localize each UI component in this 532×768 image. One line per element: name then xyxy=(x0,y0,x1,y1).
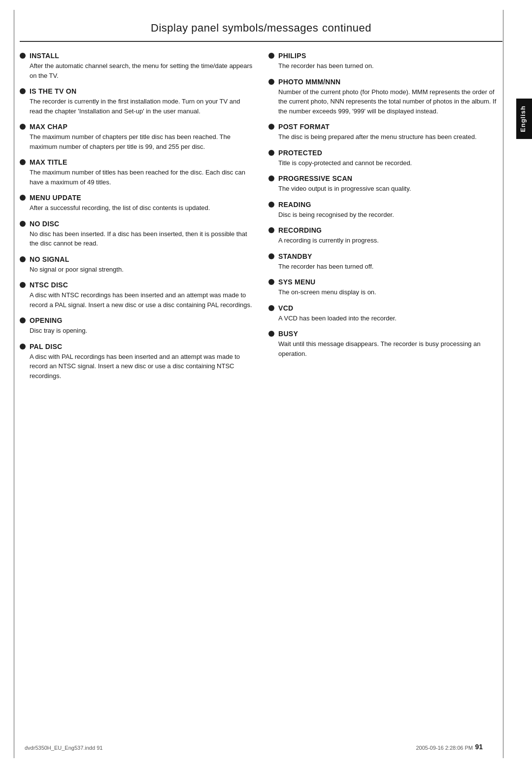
entry-desc-busy: Wait until this message disappears. The … xyxy=(268,339,502,358)
entry-title-philips: PHILIPS xyxy=(278,52,306,60)
bullet-icon xyxy=(20,221,26,227)
bullet-icon xyxy=(268,53,274,59)
entry-title-vcd: VCD xyxy=(278,304,293,312)
entry-title-pal-disc: PAL DISC xyxy=(30,343,62,350)
bullet-icon xyxy=(20,256,26,262)
entry-title-no-disc: NO DISC xyxy=(30,220,59,228)
entry-no-signal: NO SIGNALNo signal or poor signal streng… xyxy=(20,255,254,275)
footer-filename: dvdr5350H_EU_Eng537.indd 91 xyxy=(25,745,102,751)
entry-desc-post-format: The disc is being prepared after the men… xyxy=(268,132,502,142)
entry-max-title: MAX TITLEThe maximum number of titles ha… xyxy=(20,158,254,187)
entry-desc-ntsc-disc: A disc with NTSC recordings has been ins… xyxy=(20,290,254,310)
bullet-icon xyxy=(20,317,26,323)
entry-standby: STANDBYThe recorder has been turned off. xyxy=(268,252,502,272)
entry-title-recording: RECORDING xyxy=(278,226,322,234)
bullet-icon xyxy=(20,159,26,165)
bullet-icon xyxy=(20,344,26,349)
entry-recording: RECORDINGA recording is currently in pro… xyxy=(268,226,502,245)
bullet-icon xyxy=(20,282,26,288)
footer-timestamp: 2005-09-16 2:28:06 PM xyxy=(416,745,473,751)
entry-vcd: VCDA VCD has been loaded into the record… xyxy=(268,304,502,323)
bullet-icon xyxy=(20,124,26,130)
entry-title-max-chap: MAX CHAP xyxy=(30,123,67,131)
entry-desc-no-disc: No disc has been inserted. If a disc has… xyxy=(20,229,254,248)
entry-desc-max-title: The maximum number of titles has been re… xyxy=(20,168,254,187)
entry-sys-menu: SYS MENUThe on-screen menu display is on… xyxy=(268,278,502,297)
bullet-icon xyxy=(20,195,26,201)
entry-desc-philips: The recorder has been turned on. xyxy=(268,61,502,71)
entry-title-photo-mmm-nnn: PHOTO MMM/NNN xyxy=(278,78,341,86)
entry-desc-install: After the automatic channel search, the … xyxy=(20,61,254,80)
entry-title-busy: BUSY xyxy=(278,330,298,338)
page-border-left xyxy=(14,10,14,758)
entry-opening: OPENINGDisc tray is opening. xyxy=(20,316,254,336)
entry-title-max-title: MAX TITLE xyxy=(30,158,67,166)
page-number: 91 xyxy=(475,743,483,751)
main-columns: INSTALLAfter the automatic channel searc… xyxy=(20,52,502,387)
entry-title-opening: OPENING xyxy=(30,316,63,324)
entry-title-standby: STANDBY xyxy=(278,252,312,260)
entry-desc-sys-menu: The on-screen menu display is on. xyxy=(268,287,502,297)
entry-desc-progressive-scan: The video output is in progressive scan … xyxy=(268,184,502,194)
bullet-icon xyxy=(268,331,274,337)
entry-title-ntsc-disc: NTSC DISC xyxy=(30,281,68,289)
bullet-icon xyxy=(20,53,26,59)
language-tab: English xyxy=(516,99,532,139)
bullet-icon xyxy=(268,79,274,85)
bullet-icon xyxy=(268,150,274,156)
entry-desc-max-chap: The maximum number of chapters per title… xyxy=(20,132,254,151)
entry-photo-mmm-nnn: PHOTO MMM/NNNNumber of the current photo… xyxy=(268,78,502,116)
entry-desc-standby: The recorder has been turned off. xyxy=(268,262,502,272)
entry-title-is-the-tv-on: IS THE TV ON xyxy=(30,87,76,95)
bullet-icon xyxy=(268,227,274,233)
bullet-icon xyxy=(268,253,274,259)
entry-title-post-format: POST FORMAT xyxy=(278,123,330,131)
bullet-icon xyxy=(268,279,274,285)
bullet-icon xyxy=(268,202,274,208)
entry-desc-is-the-tv-on: The recorder is currently in the first i… xyxy=(20,97,254,116)
left-column: INSTALLAfter the automatic channel searc… xyxy=(20,52,254,387)
page-title: Display panel symbols/messages continued xyxy=(20,20,502,42)
entry-desc-opening: Disc tray is opening. xyxy=(20,326,254,336)
entry-title-protected: PROTECTED xyxy=(278,149,322,157)
bullet-icon xyxy=(268,175,274,181)
entry-title-progressive-scan: PROGRESSIVE SCAN xyxy=(278,175,352,182)
entry-desc-no-signal: No signal or poor signal strength. xyxy=(20,265,254,275)
bullet-icon xyxy=(268,124,274,130)
bullet-icon xyxy=(20,88,26,94)
entry-protected: PROTECTEDTitle is copy-protected and can… xyxy=(268,149,502,168)
entry-no-disc: NO DISCNo disc has been inserted. If a d… xyxy=(20,220,254,248)
entry-desc-vcd: A VCD has been loaded into the recorder. xyxy=(268,314,502,323)
page-border-right xyxy=(503,10,503,758)
entry-ntsc-disc: NTSC DISCA disc with NTSC recordings has… xyxy=(20,281,254,310)
entry-title-sys-menu: SYS MENU xyxy=(278,278,316,286)
entry-progressive-scan: PROGRESSIVE SCANThe video output is in p… xyxy=(268,175,502,194)
entry-reading: READINGDisc is being recognised by the r… xyxy=(268,201,502,220)
entry-desc-protected: Title is copy-protected and cannot be re… xyxy=(268,158,502,168)
right-column: PHILIPSThe recorder has been turned on.P… xyxy=(268,52,502,387)
entry-desc-pal-disc: A disc with PAL recordings has been inse… xyxy=(20,352,254,381)
entry-title-no-signal: NO SIGNAL xyxy=(30,255,69,263)
entry-menu-update: MENU UPDATEAfter a successful recording,… xyxy=(20,194,254,213)
entry-is-the-tv-on: IS THE TV ONThe recorder is currently in… xyxy=(20,87,254,116)
entry-post-format: POST FORMATThe disc is being prepared af… xyxy=(268,123,502,142)
entry-install: INSTALLAfter the automatic channel searc… xyxy=(20,52,254,80)
entry-pal-disc: PAL DISCA disc with PAL recordings has b… xyxy=(20,343,254,381)
bullet-icon xyxy=(268,305,274,311)
entry-title-reading: READING xyxy=(278,201,311,209)
entry-busy: BUSYWait until this message disappears. … xyxy=(268,330,502,358)
entry-philips: PHILIPSThe recorder has been turned on. xyxy=(268,52,502,71)
entry-max-chap: MAX CHAPThe maximum number of chapters p… xyxy=(20,123,254,151)
entry-title-install: INSTALL xyxy=(30,52,59,60)
entry-desc-recording: A recording is currently in progress. xyxy=(268,236,502,245)
entry-desc-reading: Disc is being recognised by the recorder… xyxy=(268,210,502,220)
entry-title-menu-update: MENU UPDATE xyxy=(30,194,81,202)
entry-desc-menu-update: After a successful recording, the list o… xyxy=(20,203,254,213)
entry-desc-photo-mmm-nnn: Number of the current photo (for Photo m… xyxy=(268,87,502,116)
